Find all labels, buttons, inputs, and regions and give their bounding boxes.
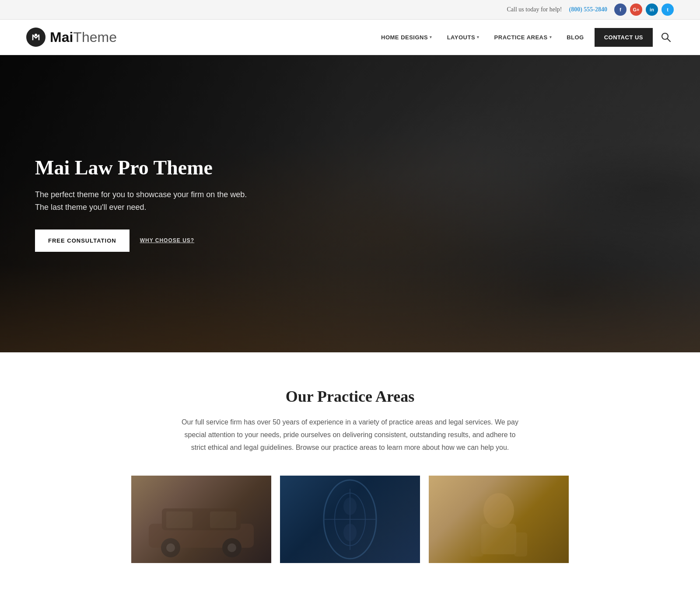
site-logo[interactable]: MaiTheme	[26, 28, 117, 47]
practice-areas-description: Our full service firm has over 50 years …	[179, 416, 521, 454]
nav-home-designs[interactable]: HOME DESIGNS ▾	[375, 30, 438, 45]
practice-cards-row	[26, 476, 674, 563]
nav-layouts[interactable]: LAYOUTS ▾	[441, 30, 486, 45]
googleplus-icon[interactable]: G+	[630, 3, 642, 16]
svg-rect-20	[470, 532, 483, 556]
svg-point-17	[343, 524, 357, 541]
car-accident-image	[131, 476, 271, 563]
svg-line-3	[668, 39, 671, 42]
hero-buttons: FREE CONSULTATION WHY CHOOSE US?	[35, 230, 247, 252]
nav-blog[interactable]: BLOG	[560, 30, 590, 45]
hero-title: Mai Law Pro Theme	[35, 156, 247, 180]
medical-xray-image	[280, 476, 420, 563]
svg-rect-11	[210, 511, 236, 528]
practice-card-3[interactable]	[429, 476, 569, 563]
practice-card-2[interactable]	[280, 476, 420, 563]
search-icon[interactable]	[658, 29, 674, 45]
phone-number[interactable]: (800) 555-2840	[569, 6, 608, 13]
svg-point-16	[343, 497, 357, 515]
hero-content: Mai Law Pro Theme The perfect theme for …	[0, 156, 282, 252]
logo-theme-text: Theme	[73, 29, 117, 45]
logo-mai-text: Mai	[50, 29, 73, 45]
social-icons: f G+ in t	[614, 3, 674, 16]
chevron-down-icon: ▾	[550, 35, 552, 39]
call-text: Call us today for help!	[507, 6, 562, 13]
why-choose-us-link[interactable]: WHY CHOOSE US?	[140, 237, 194, 243]
chevron-down-icon: ▾	[477, 35, 480, 39]
personal-injury-image	[429, 476, 569, 563]
hero-section: Mai Law Pro Theme The perfect theme for …	[0, 55, 700, 352]
svg-rect-10	[166, 511, 192, 528]
practice-card-1[interactable]	[131, 476, 271, 563]
contact-us-button[interactable]: CONTACT US	[595, 28, 653, 47]
site-header: MaiTheme HOME DESIGNS ▾ LAYOUTS ▾ PRACTI…	[0, 20, 700, 55]
logo-icon	[26, 28, 46, 47]
nav-practice-areas[interactable]: PRACTICE AREAS ▾	[488, 30, 558, 45]
svg-point-9	[228, 543, 236, 552]
free-consultation-button[interactable]: FREE CONSULTATION	[35, 230, 130, 252]
svg-rect-21	[514, 532, 527, 556]
top-bar: Call us today for help! (800) 555-2840 f…	[0, 0, 700, 20]
facebook-icon[interactable]: f	[614, 3, 626, 16]
svg-rect-19	[481, 524, 516, 554]
linkedin-icon[interactable]: in	[646, 3, 658, 16]
twitter-icon[interactable]: t	[662, 3, 674, 16]
chevron-down-icon: ▾	[430, 35, 432, 39]
main-nav: HOME DESIGNS ▾ LAYOUTS ▾ PRACTICE AREAS …	[375, 28, 674, 47]
practice-areas-title: Our Practice Areas	[26, 387, 674, 406]
svg-point-0	[30, 31, 42, 43]
svg-point-1	[35, 34, 37, 36]
practice-areas-section: Our Practice Areas Our full service firm…	[0, 352, 700, 589]
svg-point-8	[166, 543, 175, 552]
svg-point-18	[483, 493, 514, 528]
hero-subtitle: The perfect theme for you to showcase yo…	[35, 188, 247, 214]
